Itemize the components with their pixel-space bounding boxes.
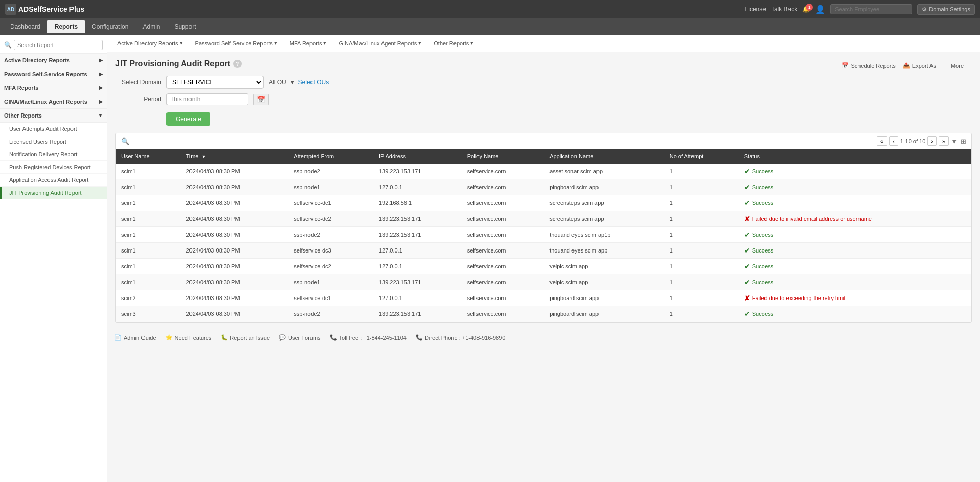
sub-nav-mfa-reports[interactable]: MFA Reports ▾ — [284, 37, 332, 50]
app-logo: AD ADSelfService Plus — [5, 4, 84, 15]
footer-admin-guide[interactable]: 📄 Admin Guide — [114, 334, 156, 341]
footer-direct-phone[interactable]: 📞 Direct Phone : +1-408-916-9890 — [416, 334, 505, 341]
calendar-button[interactable]: 📅 — [253, 94, 269, 105]
cell-status: ✔Success — [739, 164, 971, 179]
col-time[interactable]: Time ▼ — [181, 149, 289, 164]
cell-attempted_from: selfservice-dc1 — [289, 195, 374, 211]
cell-no_of_attempt: 1 — [664, 227, 739, 243]
sidebar-item-jit-provisioning[interactable]: JIT Provisioning Audit Report — [0, 187, 107, 199]
talk-back-link[interactable]: Talk Back — [771, 6, 797, 13]
main-nav: Dashboard Reports Configuration Admin Su… — [0, 18, 980, 35]
nav-tab-reports[interactable]: Reports — [47, 20, 85, 33]
cell-time: 2024/04/03 08:30 PM — [181, 259, 289, 274]
sidebar-item-app-access[interactable]: Application Access Audit Report — [0, 174, 107, 187]
cell-status: ✔Success — [739, 259, 971, 274]
success-icon: ✔ — [744, 199, 750, 207]
help-icon[interactable]: ? — [233, 60, 242, 68]
sidebar-section-active-directory[interactable]: Active Directory Reports ▶ — [0, 54, 107, 67]
cell-status: ✔Success — [739, 243, 971, 259]
cell-status: ✔Success — [739, 227, 971, 243]
cell-no_of_attempt: 1 — [664, 290, 739, 306]
sidebar-item-notification-delivery[interactable]: Notification Delivery Report — [0, 148, 107, 161]
columns-icon[interactable]: ⊞ — [961, 137, 966, 145]
generate-button[interactable]: Generate — [166, 112, 210, 126]
sidebar-item-push-registered[interactable]: Push Registered Devices Report — [0, 161, 107, 174]
first-page-button[interactable]: « — [877, 136, 887, 146]
cell-time: 2024/04/03 08:30 PM — [181, 227, 289, 243]
export-as-button[interactable]: 📤 Export As — [903, 62, 936, 69]
col-policy-name: Policy Name — [462, 149, 544, 164]
cell-time: 2024/04/03 08:30 PM — [181, 274, 289, 290]
user-forums-icon: 💬 — [279, 334, 286, 341]
sidebar-section-label-mfa: MFA Reports — [4, 85, 38, 91]
footer-need-features[interactable]: ⭐ Need Features — [165, 334, 212, 341]
cell-attempted_from: ssp-node2 — [289, 306, 374, 322]
table-search-icon[interactable]: 🔍 — [121, 137, 129, 145]
license-link[interactable]: License — [745, 6, 766, 13]
search-employee-input[interactable] — [830, 4, 912, 14]
report-title-container: JIT Provisioning Audit Report ? — [115, 59, 242, 68]
notification-bell[interactable]: 🔔 1 — [802, 6, 810, 13]
dropdown-arrow-icon: ▾ — [180, 40, 183, 47]
schedule-reports-button[interactable]: 📅 Schedule Reports — [842, 62, 895, 69]
footer-toll-free[interactable]: 📞 Toll free : +1-844-245-1104 — [330, 334, 407, 341]
last-page-button[interactable]: » — [939, 136, 949, 146]
sidebar-search-input[interactable] — [14, 40, 103, 50]
cell-application_name: thouand eyes scim app — [544, 243, 664, 259]
filter-icon[interactable]: ▼ — [951, 137, 958, 145]
funnel-icon: ▼ — [290, 79, 295, 85]
sidebar-item-user-attempts[interactable]: User Attempts Audit Report — [0, 123, 107, 135]
sub-nav-password-reports[interactable]: Password Self-Service Reports ▾ — [190, 37, 282, 50]
cell-username: scim1 — [116, 164, 181, 179]
sidebar-section-password[interactable]: Password Self-Service Reports ▶ — [0, 67, 107, 81]
cell-status: ✔Success — [739, 306, 971, 322]
status-text: Success — [752, 200, 774, 206]
schedule-reports-label: Schedule Reports — [851, 63, 895, 69]
cell-ip_address: 139.223.153.171 — [374, 227, 462, 243]
sidebar-item-licensed-users[interactable]: Licensed Users Report — [0, 135, 107, 148]
export-icon: 📤 — [903, 62, 910, 69]
sub-nav-ad-reports[interactable]: Active Directory Reports ▾ — [112, 37, 188, 50]
cell-policy_name: selfservice.com — [462, 211, 544, 227]
cell-time: 2024/04/03 08:30 PM — [181, 211, 289, 227]
cell-policy_name: selfservice.com — [462, 179, 544, 195]
cell-policy_name: selfservice.com — [462, 195, 544, 211]
sub-nav-other-reports[interactable]: Other Reports ▾ — [428, 37, 479, 50]
sidebar-section-other[interactable]: Other Reports ▼ — [0, 109, 107, 123]
sidebar-section-mfa[interactable]: MFA Reports ▶ — [0, 81, 107, 95]
more-label: More — [951, 63, 964, 69]
nav-tab-support[interactable]: Support — [167, 20, 203, 33]
app-name: ADSelfService Plus — [18, 5, 84, 13]
nav-tab-admin[interactable]: Admin — [135, 20, 167, 33]
success-icon: ✔ — [744, 246, 750, 255]
footer-user-forums[interactable]: 💬 User Forums — [279, 334, 321, 341]
cell-status: ✘Failed due to exceeding the retry limit — [739, 290, 971, 306]
cell-ip_address: 139.223.153.171 — [374, 164, 462, 179]
cell-ip_address: 127.0.0.1 — [374, 243, 462, 259]
cell-no_of_attempt: 1 — [664, 179, 739, 195]
nav-tab-configuration[interactable]: Configuration — [85, 20, 135, 33]
sub-nav-gina-reports[interactable]: GINA/Mac/Linux Agent Reports ▾ — [333, 37, 426, 50]
dropdown-arrow-icon-4: ▾ — [418, 40, 421, 47]
sidebar-section-gina[interactable]: GINA/Mac/Linux Agent Reports ▶ — [0, 95, 107, 109]
sort-icon: ▼ — [202, 154, 206, 159]
footer-report-issue[interactable]: 🐛 Report an Issue — [221, 334, 270, 341]
sidebar-other-items: User Attempts Audit Report Licensed User… — [0, 123, 107, 199]
footer: 📄 Admin Guide ⭐ Need Features 🐛 Report a… — [107, 330, 980, 345]
nav-tab-dashboard[interactable]: Dashboard — [3, 20, 47, 33]
user-avatar-icon[interactable]: 👤 — [815, 5, 825, 14]
cell-application_name: pingboard scim app — [544, 306, 664, 322]
next-page-button[interactable]: › — [927, 136, 937, 146]
sub-nav-label-other: Other Reports — [434, 40, 469, 47]
domain-select[interactable]: SELFSERVICE — [166, 76, 264, 89]
prev-page-button[interactable]: ‹ — [889, 136, 898, 146]
period-input[interactable] — [166, 93, 248, 105]
more-button[interactable]: ⋯ More — [943, 62, 964, 69]
sidebar-section-label-ad: Active Directory Reports — [4, 57, 70, 63]
sub-nav-label-mfa: MFA Reports — [290, 40, 322, 47]
select-ous-link[interactable]: Select OUs — [298, 79, 329, 86]
domain-settings-button[interactable]: ⚙ Domain Settings — [917, 4, 975, 15]
cell-username: scim2 — [116, 290, 181, 306]
cell-no_of_attempt: 1 — [664, 306, 739, 322]
col-status: Status — [739, 149, 971, 164]
